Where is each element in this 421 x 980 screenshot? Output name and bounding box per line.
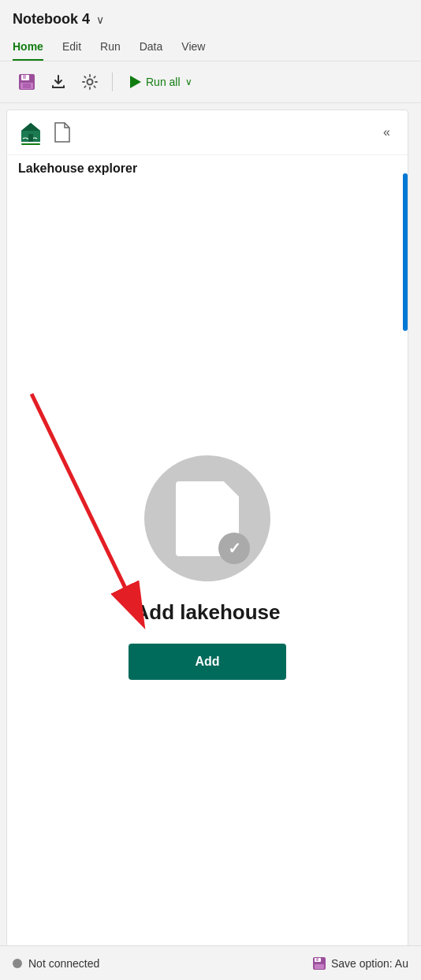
scrollbar-accent[interactable] xyxy=(403,173,408,331)
panel-header: « xyxy=(7,110,408,155)
download-button[interactable] xyxy=(44,68,73,96)
left-panel: « Lakehouse explorer ✓ Add lakehouse xyxy=(6,110,408,951)
menu-item-view[interactable]: View xyxy=(181,35,205,58)
menu-bar: Home Edit Run Data View xyxy=(0,35,421,61)
document-icon[interactable] xyxy=(51,121,73,143)
svg-rect-15 xyxy=(316,958,319,961)
panel-title-row: Lakehouse explorer xyxy=(7,155,408,185)
save-option-icon xyxy=(312,956,326,971)
connection-status-dot xyxy=(13,959,22,968)
panel-title: Lakehouse explorer xyxy=(18,161,137,175)
status-bar: Not connected Save option: Au xyxy=(0,945,421,980)
panel-collapse-button[interactable]: « xyxy=(377,122,397,143)
menu-item-run[interactable]: Run xyxy=(100,35,121,58)
menu-item-home[interactable]: Home xyxy=(13,35,43,58)
add-lakehouse-title: Add lakehouse xyxy=(135,600,281,625)
checkmark-icon: ✓ xyxy=(228,539,241,558)
run-chevron-icon: ∨ xyxy=(185,76,192,87)
toolbar-divider xyxy=(112,72,113,91)
save-button[interactable] xyxy=(13,68,41,96)
save-option-section: Save option: Au xyxy=(312,956,408,971)
toolbar: Run all ∨ xyxy=(0,61,421,103)
not-connected-label: Not connected xyxy=(28,957,99,970)
main-content: « Lakehouse explorer ✓ Add lakehouse xyxy=(0,103,421,957)
lakehouse-svg-icon xyxy=(18,120,43,145)
doc-svg-icon xyxy=(53,121,72,143)
gear-icon xyxy=(81,73,99,91)
download-icon xyxy=(50,73,67,91)
menu-item-data[interactable]: Data xyxy=(140,35,163,58)
document-check-illustration: ✓ xyxy=(144,455,270,581)
svg-marker-7 xyxy=(21,123,40,131)
menu-item-edit[interactable]: Edit xyxy=(62,35,81,58)
svg-rect-4 xyxy=(23,84,31,88)
svg-rect-9 xyxy=(28,134,33,142)
run-all-label: Run all xyxy=(146,76,181,88)
lakehouse-icon[interactable] xyxy=(18,120,43,145)
svg-rect-10 xyxy=(21,143,40,145)
notebook-title: Notebook 4 xyxy=(13,11,90,28)
add-lakehouse-button[interactable]: Add xyxy=(129,644,286,680)
play-icon xyxy=(130,76,141,88)
title-chevron-icon[interactable]: ∨ xyxy=(96,13,104,26)
svg-point-5 xyxy=(88,80,93,85)
add-lakehouse-section: ✓ Add lakehouse Add xyxy=(7,185,408,950)
svg-rect-2 xyxy=(23,75,26,79)
save-icon xyxy=(17,72,36,91)
run-all-button[interactable]: Run all ∨ xyxy=(121,71,202,93)
save-option-label: Save option: Au xyxy=(331,957,408,970)
title-bar: Notebook 4 ∨ xyxy=(0,0,421,35)
settings-button[interactable] xyxy=(76,68,104,96)
svg-rect-16 xyxy=(315,964,324,969)
